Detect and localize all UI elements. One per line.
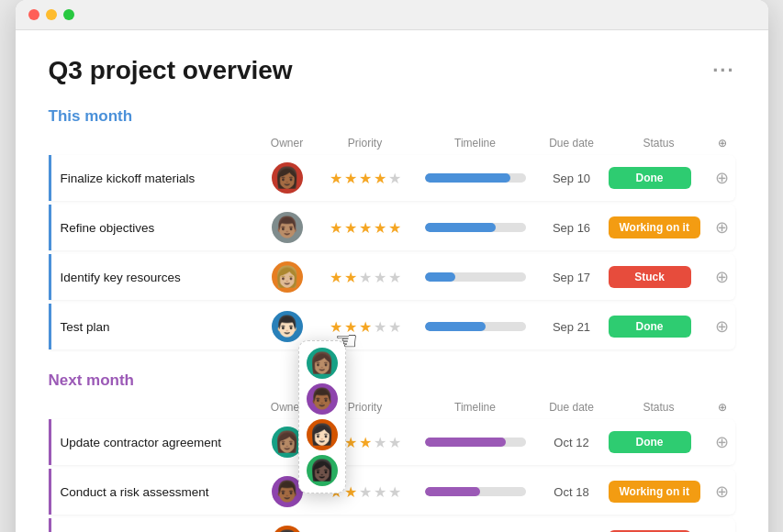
task-name: Identify key resources [61, 271, 260, 284]
this-month-title: This month [49, 107, 735, 126]
avatar-picker-dropdown[interactable]: 👩🏽 👨🏾 👩🏻 👩🏿 [298, 340, 346, 493]
content-area: Q3 project overview ··· This month Owner… [16, 30, 768, 532]
task-row: Conduct a risk assessment 👨🏾 ★ ★ ★ ★ ★ O… [49, 469, 735, 515]
timeline-bar [425, 487, 526, 496]
next-month-header: Owner Priority Timeline Due date Status … [49, 397, 735, 417]
status-badge[interactable]: Done [609, 167, 691, 189]
avatar: 👨🏻 [272, 311, 303, 342]
avatar-option[interactable]: 👨🏾 [307, 383, 338, 415]
avatar: 👩🏻 [272, 526, 303, 532]
maximize-button[interactable] [63, 9, 74, 20]
priority-stars: ★ ★ ★ ★ ★ [315, 219, 416, 237]
task-row: Identify key resources 👩🏼 ★ ★ ★ ★ ★ Sep … [49, 254, 735, 300]
timeline-bar [425, 272, 526, 282]
priority-stars: ★ ★ ★ ★ ★ [315, 170, 416, 187]
status-badge[interactable]: Working on it [609, 216, 700, 238]
status-badge[interactable]: Done [609, 316, 691, 338]
due-date: Oct 12 [535, 436, 609, 449]
add-column-icon[interactable]: ⊕ [710, 432, 735, 452]
minimize-button[interactable] [46, 9, 57, 20]
due-date: Sep 17 [535, 271, 609, 284]
avatar: 👩🏾 [272, 162, 303, 194]
status-badge[interactable]: Done [609, 431, 691, 453]
due-date: Sep 21 [535, 320, 609, 334]
avatar-option[interactable]: 👩🏻 [307, 419, 338, 450]
task-row: Monitor budget 👩🏻 ★ ★ ★ ★ ★ Oct 21 Stuck… [49, 518, 735, 532]
task-name: Refine objectives [61, 221, 260, 235]
add-column-icon[interactable]: ⊕ [710, 316, 735, 337]
page-title: Q3 project overview [49, 56, 293, 85]
priority-stars: ★ ★ ★ ★ ★ [315, 318, 416, 336]
timeline-bar [425, 322, 526, 331]
this-month-header: Owner Priority Timeline Due date Status … [49, 133, 735, 153]
task-row: Update contractor agreement 👩🏽 ★ ★ ★ ★ ★… [49, 419, 735, 465]
avatar-option[interactable]: 👩🏿 [307, 455, 338, 486]
task-row: Test plan 👨🏻 ★ ★ ★ ★ ★ Sep 21 Done ⊕ [49, 304, 735, 349]
add-column-icon[interactable]: ⊕ [710, 217, 735, 238]
main-window: Q3 project overview ··· This month Owner… [16, 0, 768, 532]
due-date: Oct 18 [535, 485, 609, 499]
task-name: Update contractor agreement [61, 436, 260, 449]
status-badge[interactable]: Stuck [609, 266, 691, 288]
avatar: 👩🏼 [272, 261, 303, 293]
status-badge[interactable]: Working on it [609, 481, 700, 503]
add-column-icon[interactable]: ⊕ [710, 482, 735, 502]
timeline-bar [425, 438, 526, 447]
more-options-button[interactable]: ··· [712, 59, 734, 83]
timeline-bar [425, 173, 526, 183]
add-column-icon[interactable]: ⊕ [710, 168, 735, 188]
task-row: Finalize kickoff materials 👩🏾 ★ ★ ★ ★ ★ … [49, 155, 735, 201]
next-month-title: Next month [49, 371, 735, 390]
task-name: Finalize kickoff materials [61, 172, 260, 185]
due-date: Sep 10 [535, 172, 609, 185]
window-chrome [16, 0, 768, 30]
due-date: Sep 16 [535, 221, 609, 235]
timeline-bar [425, 223, 526, 232]
avatar-option[interactable]: 👩🏽 [307, 348, 338, 379]
page-header: Q3 project overview ··· [49, 56, 735, 85]
add-column-icon[interactable]: ⊕ [710, 267, 735, 287]
this-month-section: This month Owner Priority Timeline Due d… [49, 107, 735, 349]
next-month-section: Next month Owner Priority Timeline Due d… [49, 371, 735, 532]
task-name: Conduct a risk assessment [61, 485, 260, 499]
task-row: Refine objectives 👨🏽 ★ ★ ★ ★ ★ Sep 16 Wo… [49, 205, 735, 250]
close-button[interactable] [28, 9, 39, 20]
task-name: Test plan [61, 320, 260, 334]
avatar: 👨🏽 [272, 212, 303, 243]
priority-stars: ★ ★ ★ ★ ★ [315, 269, 416, 286]
